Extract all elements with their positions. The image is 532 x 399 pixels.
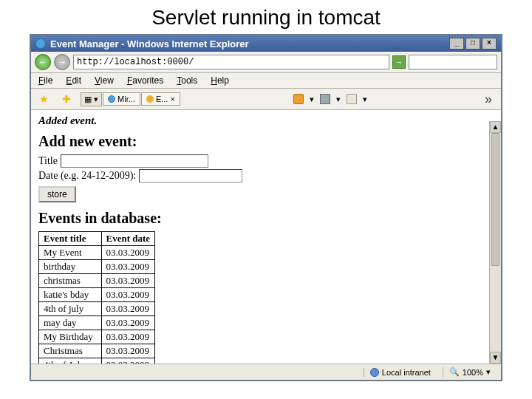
col-date: Event date <box>101 232 155 246</box>
cell-date: 03.03.2009 <box>101 330 155 344</box>
page-content: Added event. Add new event: Title Date (… <box>31 110 501 366</box>
events-heading: Events in database: <box>38 210 494 227</box>
star-icon: ★ <box>39 93 49 105</box>
maximize-button[interactable]: □ <box>466 38 480 50</box>
col-title: Event title <box>39 232 102 246</box>
menu-file[interactable]: File <box>38 75 52 86</box>
table-row: Christmas03.03.2009 <box>39 344 155 358</box>
toolbar-overflow[interactable]: » <box>480 92 497 107</box>
tab-favicon-icon <box>108 95 115 103</box>
table-row: may day03.03.2009 <box>39 316 155 330</box>
security-zone: Local intranet <box>364 368 437 377</box>
scrollbar-thumb[interactable] <box>491 133 499 266</box>
toolbar: ★ ✚ ▦ ▾ Mir... E... × ▾ ▾ ▾ » <box>31 89 501 110</box>
page-icon[interactable] <box>347 94 357 104</box>
cell-date: 03.03.2009 <box>101 246 155 260</box>
tab-1[interactable]: Mir... <box>103 92 140 106</box>
cell-title: My Birthday <box>39 330 102 344</box>
date-input[interactable] <box>139 169 242 183</box>
zoom-value: 100% <box>463 368 483 377</box>
menu-favorites[interactable]: Favorites <box>127 75 163 86</box>
scrollbar[interactable]: ▲ ▼ <box>489 121 501 364</box>
menu-edit[interactable]: Edit <box>66 75 81 86</box>
home-icon[interactable] <box>293 94 304 104</box>
title-input[interactable] <box>61 154 208 168</box>
slide-title: Servlet running in tomcat <box>0 0 532 34</box>
table-row: christmas03.03.2009 <box>39 274 155 288</box>
url-input[interactable]: http://localhost:0000/ <box>73 55 389 69</box>
added-event-message: Added event. <box>38 115 494 127</box>
cell-date: 03.03.2009 <box>101 344 155 358</box>
zone-label: Local intranet <box>382 368 431 377</box>
cell-date: 03.03.2009 <box>101 316 155 330</box>
zoom-icon: 🔍 <box>449 367 460 377</box>
address-bar: ← → http://localhost:0000/ → <box>31 52 501 73</box>
cell-title: may day <box>39 316 102 330</box>
cell-date: 03.03.2009 <box>101 260 155 274</box>
cell-title: 4th of july <box>39 302 102 316</box>
cell-title: birthday <box>39 260 102 274</box>
table-row: birthday03.03.2009 <box>39 260 155 274</box>
menu-bar: File Edit View Favorites Tools Help <box>31 73 501 89</box>
cell-date: 03.03.2009 <box>101 288 155 302</box>
back-button[interactable]: ← <box>35 54 51 70</box>
scroll-down-icon[interactable]: ▼ <box>490 352 501 364</box>
menu-tools[interactable]: Tools <box>177 75 197 86</box>
store-button[interactable]: store <box>38 186 76 202</box>
menu-help[interactable]: Help <box>211 75 229 86</box>
star-plus-icon: ✚ <box>62 93 71 105</box>
go-button[interactable]: → <box>392 55 406 69</box>
tab-2[interactable]: E... × <box>141 92 180 106</box>
status-bar: Local intranet 🔍 100% ▾ <box>31 364 501 380</box>
tab-strip: ▦ ▾ Mir... E... × <box>81 92 180 106</box>
add-new-heading: Add new event: <box>38 133 494 150</box>
date-label: Date (e.g. 24-12-2009): <box>38 170 136 182</box>
tab-2-label: E... × <box>156 95 175 103</box>
scroll-up-icon[interactable]: ▲ <box>490 121 501 133</box>
table-row: My Birthday03.03.2009 <box>39 330 155 344</box>
cell-title: My Event <box>39 246 102 260</box>
minimize-button[interactable]: _ <box>449 38 464 50</box>
favorites-button[interactable]: ★ <box>35 91 52 107</box>
table-row: katie's bday03.03.2009 <box>39 288 155 302</box>
cell-title: katie's bday <box>39 288 102 302</box>
browser-window: Event Manager - Windows Internet Explore… <box>30 34 502 381</box>
cell-date: 03.03.2009 <box>101 302 155 316</box>
zoom-control[interactable]: 🔍 100% ▾ <box>443 367 497 377</box>
print-icon[interactable] <box>320 94 330 104</box>
add-favorite-button[interactable]: ✚ <box>58 91 75 107</box>
cell-title: Christmas <box>39 344 102 358</box>
menu-view[interactable]: View <box>95 75 114 86</box>
tab-favicon-icon <box>146 95 154 103</box>
events-table: Event title Event date My Event03.03.200… <box>38 231 155 366</box>
tab-1-label: Mir... <box>117 95 135 103</box>
search-input[interactable] <box>409 55 497 69</box>
cell-title: christmas <box>39 274 102 288</box>
title-label: Title <box>38 155 58 167</box>
ie-icon <box>35 38 46 49</box>
forward-button[interactable]: → <box>54 54 70 70</box>
quick-tabs-button[interactable]: ▦ ▾ <box>81 92 102 106</box>
table-row: 4th of july03.03.2009 <box>39 302 155 316</box>
table-row: My Event03.03.2009 <box>39 246 155 260</box>
close-button[interactable]: × <box>482 38 497 50</box>
titlebar: Event Manager - Windows Internet Explore… <box>31 35 501 52</box>
globe-icon <box>370 368 379 377</box>
cell-date: 03.03.2009 <box>101 274 155 288</box>
window-title: Event Manager - Windows Internet Explore… <box>50 38 249 50</box>
